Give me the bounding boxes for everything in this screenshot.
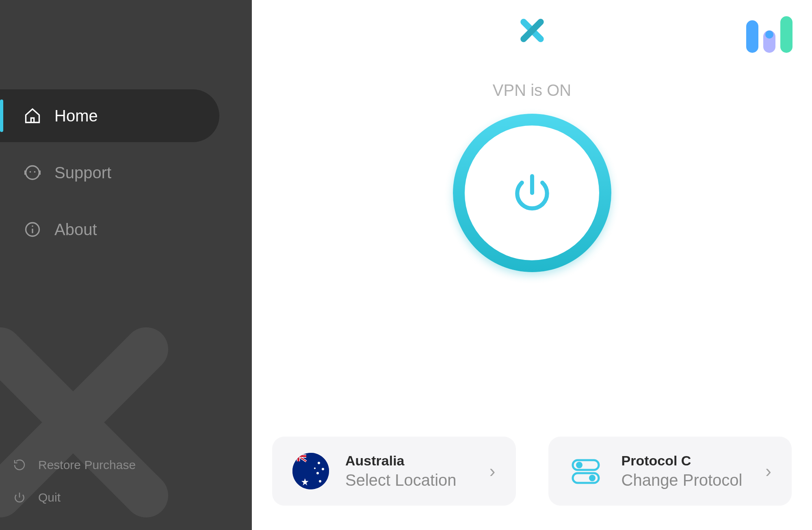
svg-point-14 [322, 468, 324, 470]
home-icon [24, 107, 41, 125]
sidebar-item-label: About [54, 221, 97, 239]
support-icon [24, 164, 41, 182]
location-subtitle: Select Location [345, 471, 481, 489]
location-card-text: Australia Select Location [345, 453, 481, 489]
change-protocol-card[interactable]: Protocol C Change Protocol › [548, 437, 792, 506]
svg-point-15 [316, 472, 319, 474]
svg-rect-9 [780, 16, 793, 53]
svg-point-5 [32, 225, 33, 227]
svg-point-1 [30, 171, 31, 173]
flag-australia-icon [292, 453, 329, 489]
sidebar: Home Support About Restore Purchase [0, 0, 252, 530]
protocol-subtitle: Change Protocol [621, 471, 758, 489]
power-icon [12, 490, 27, 505]
restore-purchase-button[interactable]: Restore Purchase [0, 449, 252, 481]
svg-point-8 [765, 30, 773, 39]
sidebar-item-support[interactable]: Support [0, 146, 219, 199]
location-title: Australia [345, 453, 481, 469]
svg-point-17 [314, 467, 316, 469]
sidebar-item-label: Home [54, 107, 98, 125]
restore-icon [12, 458, 27, 472]
select-location-card[interactable]: Australia Select Location › [272, 437, 516, 506]
main-panel: VPN is ON [252, 0, 812, 530]
svg-point-16 [319, 480, 321, 482]
svg-point-2 [34, 171, 36, 173]
svg-point-21 [589, 475, 595, 481]
chevron-right-icon: › [489, 461, 496, 481]
footer-item-label: Quit [38, 491, 61, 504]
info-icon [24, 221, 41, 238]
power-icon [510, 171, 554, 215]
chevron-right-icon: › [765, 461, 771, 481]
app-logo-x [518, 16, 546, 46]
quit-button[interactable]: Quit [0, 481, 252, 514]
sidebar-item-home[interactable]: Home [0, 89, 219, 142]
svg-point-0 [26, 166, 39, 180]
bottom-cards: Australia Select Location › Protocol C C… [272, 437, 792, 506]
corner-bars-logo [743, 12, 796, 58]
footer-item-label: Restore Purchase [38, 458, 136, 472]
svg-point-13 [318, 462, 320, 464]
protocol-title: Protocol C [621, 453, 758, 469]
sidebar-footer: Restore Purchase Quit [0, 449, 252, 514]
vpn-status-text: VPN is ON [493, 81, 571, 100]
sidebar-item-about[interactable]: About [0, 203, 219, 256]
protocol-card-text: Protocol C Change Protocol [621, 453, 758, 489]
protocol-toggles-icon [569, 453, 605, 489]
power-toggle-button[interactable] [453, 114, 611, 272]
svg-point-19 [576, 462, 582, 468]
sidebar-item-label: Support [54, 164, 111, 182]
svg-rect-6 [746, 20, 758, 53]
